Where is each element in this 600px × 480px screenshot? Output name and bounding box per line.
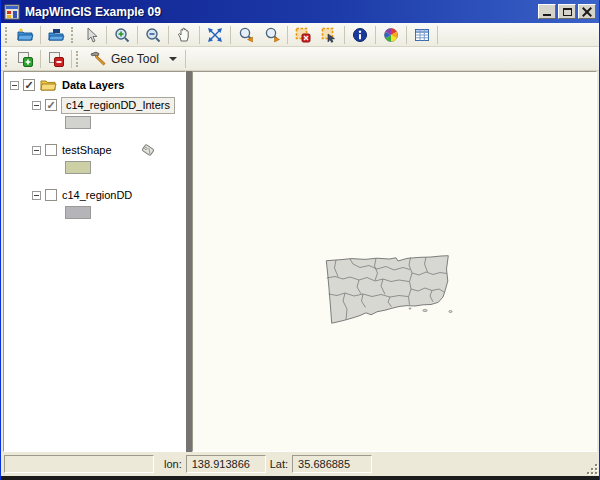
separator: [437, 26, 438, 44]
open-folder-button[interactable]: [12, 24, 38, 46]
layer-label[interactable]: testShape: [62, 144, 112, 156]
collapse-icon[interactable]: [10, 81, 19, 90]
root-checkbox[interactable]: ✓: [23, 79, 35, 91]
main-toolbar: [1, 23, 599, 47]
lon-label: lon:: [164, 458, 182, 470]
content-area: ✓ Data Layers ✓ c14_regionDD_Inters test…: [1, 71, 599, 452]
lon-value-box: 138.913866: [186, 455, 266, 473]
color-wheel-icon: [383, 27, 399, 43]
separator: [185, 50, 186, 68]
folder-add-icon: [48, 27, 65, 43]
layer-checkbox[interactable]: ✓: [45, 99, 57, 111]
separator: [199, 26, 200, 44]
resize-grip-icon[interactable]: [584, 461, 597, 474]
toolbar-grip[interactable]: [71, 27, 74, 43]
collapse-icon[interactable]: [32, 191, 41, 200]
separator: [375, 26, 376, 44]
clear-selection-icon: [295, 27, 311, 43]
layer-checkbox[interactable]: [45, 189, 57, 201]
small-islands: [409, 308, 452, 313]
status-bar: lon: 138.913866 Lat: 35.686885: [1, 452, 599, 476]
app-window: MapWinGIS Example 09: [0, 0, 600, 480]
remove-layer-icon: [48, 51, 64, 67]
cursor-icon: [83, 27, 99, 43]
separator: [106, 26, 107, 44]
status-panel-empty: [4, 455, 154, 473]
lon-value: 138.913866: [192, 458, 250, 470]
close-icon: [582, 7, 592, 16]
separator: [137, 26, 138, 44]
separator: [168, 26, 169, 44]
layer-label[interactable]: c14_regionDD: [62, 189, 132, 201]
separator: [71, 50, 72, 68]
zoom-next-button[interactable]: [259, 24, 285, 46]
title-bar[interactable]: MapWinGIS Example 09: [1, 0, 599, 23]
layer-color-swatch[interactable]: [65, 206, 91, 219]
lat-value-box: 35.686885: [292, 455, 372, 473]
collapse-icon[interactable]: [32, 146, 41, 155]
zoom-out-button[interactable]: [140, 24, 166, 46]
window-bottom-edge: [1, 476, 599, 480]
pan-button[interactable]: [171, 24, 197, 46]
zoom-previous-button[interactable]: [233, 24, 259, 46]
tree-root-label[interactable]: Data Layers: [62, 79, 124, 91]
zoom-extent-icon: [207, 27, 223, 43]
zoom-next-icon: [264, 27, 281, 43]
maximize-icon: [563, 8, 572, 16]
clear-selection-button[interactable]: [290, 24, 316, 46]
layer-row-c14-regionDD[interactable]: c14_regionDD: [10, 187, 185, 203]
select-shape-icon: [321, 27, 337, 43]
zoom-out-icon: [145, 27, 161, 43]
map-canvas[interactable]: [192, 71, 597, 452]
close-button[interactable]: [578, 4, 596, 19]
zoom-previous-icon: [238, 27, 255, 43]
zoom-in-icon: [114, 27, 130, 43]
cursor-button[interactable]: [78, 24, 104, 46]
app-icon: [4, 4, 20, 20]
region-map: [319, 249, 459, 329]
add-layer-button[interactable]: [12, 48, 38, 70]
zoom-in-button[interactable]: [109, 24, 135, 46]
toolbar-grip[interactable]: [5, 27, 8, 43]
separator: [40, 50, 41, 68]
layer-row-c14-regionDD-inters[interactable]: ✓ c14_regionDD_Inters: [10, 97, 185, 113]
info-icon: [352, 27, 368, 43]
separator: [230, 26, 231, 44]
layers-tree-panel: ✓ Data Layers ✓ c14_regionDD_Inters test…: [3, 71, 186, 452]
window-title: MapWinGIS Example 09: [25, 5, 536, 19]
add-layer-icon: [17, 51, 33, 67]
pan-hand-icon: [176, 27, 192, 43]
geo-tool-label: Geo Tool: [111, 52, 159, 66]
remove-layer-button[interactable]: [43, 48, 69, 70]
layer-color-swatch[interactable]: [65, 116, 91, 129]
separator: [287, 26, 288, 44]
dropdown-caret-icon: [169, 57, 177, 61]
folder-open-icon: [17, 27, 34, 43]
toolbar-grip[interactable]: [76, 51, 79, 67]
collapse-icon[interactable]: [32, 101, 41, 110]
toolbar-grip[interactable]: [5, 51, 8, 67]
zoom-extent-button[interactable]: [202, 24, 228, 46]
separator: [40, 26, 41, 44]
add-folder-button[interactable]: [43, 24, 69, 46]
lat-label: Lat:: [270, 458, 288, 470]
identify-button[interactable]: [347, 24, 373, 46]
maximize-button[interactable]: [558, 4, 576, 19]
layer-checkbox[interactable]: [45, 144, 57, 156]
separator: [406, 26, 407, 44]
folder-icon: [40, 78, 57, 92]
separator: [344, 26, 345, 44]
tree-root-row[interactable]: ✓ Data Layers: [10, 77, 185, 93]
layer-color-swatch[interactable]: [65, 161, 91, 174]
symbology-button[interactable]: [378, 24, 404, 46]
hammer-icon: [89, 51, 107, 67]
layer-row-testshape[interactable]: testShape: [10, 142, 185, 158]
geo-toolbar: Geo Tool: [1, 47, 599, 71]
attribute-table-button[interactable]: [409, 24, 435, 46]
lat-value: 35.686885: [298, 458, 350, 470]
select-shape-button[interactable]: [316, 24, 342, 46]
tag-icon: [140, 143, 156, 158]
layer-label-selected[interactable]: c14_regionDD_Inters: [61, 97, 175, 114]
geo-tool-dropdown[interactable]: Geo Tool: [83, 48, 183, 70]
minimize-button[interactable]: [538, 4, 556, 19]
